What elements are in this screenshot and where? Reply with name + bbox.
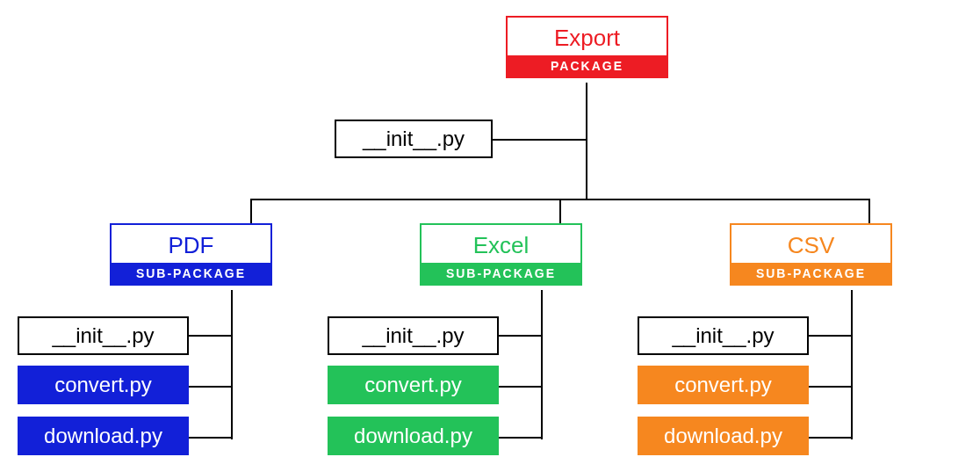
file-pdf-init: __init__.py	[18, 316, 189, 355]
subpackage-pdf-label: SUB-PACKAGE	[112, 263, 270, 284]
file-pdf-convert: convert.py	[18, 366, 189, 404]
subpackage-csv: CSV SUB-PACKAGE	[730, 223, 892, 286]
file-csv-download: download.py	[638, 417, 809, 455]
subpackage-excel-label: SUB-PACKAGE	[422, 263, 580, 284]
subpackage-pdf-title: PDF	[112, 225, 270, 263]
file-csv-init: __init__.py	[638, 316, 809, 355]
subpackage-excel: Excel SUB-PACKAGE	[420, 223, 582, 286]
subpackage-csv-title: CSV	[731, 225, 890, 263]
file-excel-download: download.py	[328, 417, 499, 455]
package-root-label: PACKAGE	[508, 55, 667, 76]
subpackage-csv-label: SUB-PACKAGE	[731, 263, 890, 284]
file-csv-convert: convert.py	[638, 366, 809, 404]
subpackage-excel-title: Excel	[422, 225, 580, 263]
file-root-init: __init__.py	[335, 120, 493, 158]
file-excel-init: __init__.py	[328, 316, 499, 355]
subpackage-pdf: PDF SUB-PACKAGE	[110, 223, 272, 286]
file-excel-convert: convert.py	[328, 366, 499, 404]
file-pdf-download: download.py	[18, 417, 189, 455]
package-root: Export PACKAGE	[506, 16, 668, 78]
package-root-title: Export	[508, 18, 667, 55]
